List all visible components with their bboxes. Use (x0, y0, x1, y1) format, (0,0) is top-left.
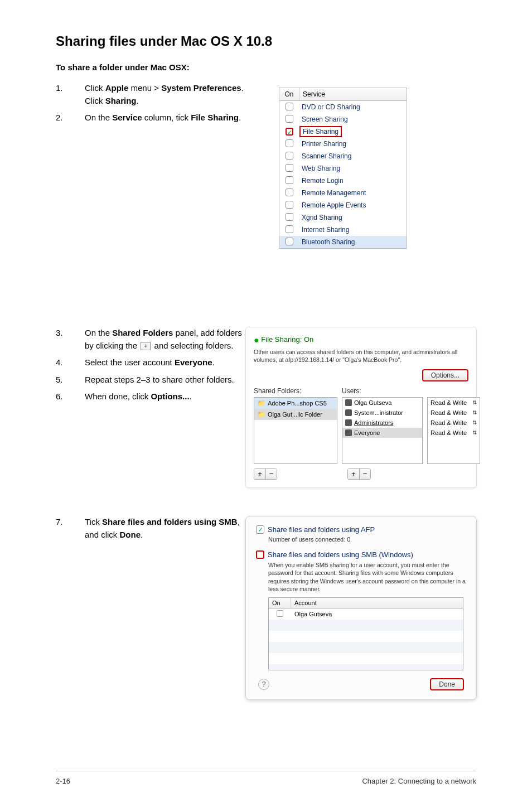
service-name: Xgrid Sharing (299, 214, 342, 221)
shared-folders-header: Shared Folders: (254, 387, 337, 395)
permission-item[interactable]: Read & Write⇅ (428, 408, 480, 418)
user-icon (345, 409, 352, 416)
step-item: 6.When done, click Options.... (56, 390, 245, 403)
service-row[interactable]: Screen Sharing (279, 113, 407, 125)
permission-item[interactable]: Read & Write⇅ (428, 398, 480, 408)
service-checkbox[interactable] (286, 201, 293, 209)
plus-icon[interactable]: + (348, 469, 359, 479)
chevron-updown-icon[interactable]: ⇅ (472, 419, 477, 426)
smb-label: Share files and folders using SMB (Windo… (268, 550, 413, 559)
done-button[interactable]: Done (430, 678, 464, 690)
service-name: Screen Sharing (299, 115, 348, 123)
service-checkbox[interactable] (286, 139, 293, 147)
users-header: Users: (342, 387, 423, 395)
service-name: Bluetooth Sharing (299, 238, 355, 246)
service-row[interactable]: Web Sharing (279, 162, 407, 175)
smb-on-header: On (269, 598, 291, 608)
permission-item[interactable]: Read & Write⇅ (428, 428, 480, 438)
smb-options-panel: ✓ Share files and folders using AFP Numb… (245, 516, 477, 700)
smb-note: When you enable SMB sharing for a user a… (268, 561, 466, 593)
smb-account-header: Account (291, 598, 320, 608)
service-checkbox[interactable] (286, 115, 293, 123)
service-row[interactable]: DVD or CD Sharing (279, 101, 407, 113)
smb-checkbox[interactable] (256, 550, 264, 559)
chapter-title: Chapter 2: Connecting to a network (362, 777, 476, 785)
account-checkbox[interactable] (277, 610, 283, 617)
service-name: Internet Sharing (299, 226, 349, 234)
service-name: Remote Login (299, 177, 344, 185)
user-icon (345, 419, 352, 426)
folder-icon: 📁 (257, 410, 265, 418)
service-name: Printer Sharing (299, 140, 346, 148)
plus-icon[interactable]: + (254, 469, 265, 479)
folder-icon: 📁 (257, 399, 265, 407)
service-row[interactable]: ✓File Sharing (279, 125, 407, 138)
chevron-updown-icon[interactable]: ⇅ (472, 429, 477, 436)
service-row[interactable]: Xgrid Sharing (279, 211, 407, 224)
user-icon (345, 429, 352, 436)
service-name: Web Sharing (299, 165, 340, 172)
page-number: 2-16 (56, 777, 70, 785)
step-item: 2.On the Service column, tick File Shari… (56, 112, 245, 124)
user-item[interactable]: Everyone (342, 428, 422, 438)
chevron-updown-icon[interactable]: ⇅ (472, 409, 477, 416)
service-name: Remote Apple Events (299, 201, 366, 209)
services-on-header: On (279, 88, 299, 100)
service-checkbox[interactable]: ✓ (286, 128, 293, 136)
afp-checkbox[interactable]: ✓ (256, 525, 264, 534)
step-item: 5.Repeat steps 2–3 to share other folder… (56, 374, 245, 386)
services-panel: On Service DVD or CD SharingScreen Shari… (279, 88, 407, 249)
user-item[interactable]: Olga Gutseva (342, 398, 422, 408)
services-service-header: Service (299, 88, 328, 100)
service-name: Scanner Sharing (299, 152, 351, 160)
step-item: 1.Click Apple menu > System Preferences.… (56, 82, 245, 107)
step-item: 3.On the Shared Folders panel, add folde… (56, 327, 245, 352)
afp-label: Share files and folders using AFP (268, 525, 375, 534)
chevron-updown-icon[interactable]: ⇅ (472, 399, 477, 406)
permission-item[interactable]: Read & Write⇅ (428, 418, 480, 428)
service-checkbox[interactable] (286, 225, 293, 233)
help-icon[interactable]: ? (258, 679, 269, 690)
service-checkbox[interactable] (286, 213, 293, 221)
step-item: 4.Select the user account Everyone. (56, 356, 245, 369)
service-checkbox[interactable] (286, 176, 293, 184)
service-row[interactable]: Remote Login (279, 175, 407, 187)
service-name: Remote Management (299, 189, 366, 197)
service-row[interactable]: Remote Apple Events (279, 199, 407, 211)
service-row[interactable]: Remote Management (279, 187, 407, 199)
services-header: On Service (279, 88, 407, 101)
service-checkbox[interactable] (286, 164, 293, 172)
folder-item[interactable]: 📁Adobe Ph...shop CS5 (254, 398, 337, 409)
service-row[interactable]: Bluetooth Sharing (279, 236, 407, 248)
user-icon (345, 399, 352, 406)
file-sharing-title: ● File Sharing: On (254, 335, 468, 345)
file-sharing-desc: Other users can access shared folders on… (254, 349, 468, 364)
file-sharing-panel: ● File Sharing: On Other users can acces… (245, 327, 477, 488)
user-item[interactable]: Administrators (342, 418, 422, 428)
service-name: DVD or CD Sharing (299, 103, 360, 111)
minus-icon[interactable]: − (265, 469, 277, 479)
smb-account-row[interactable]: Olga Gutseva (269, 608, 463, 620)
shared-folders-list[interactable]: 📁Adobe Ph...shop CS5📁Olga Gut...lic Fold… (254, 397, 337, 464)
folders-add-remove[interactable]: +− (254, 468, 277, 480)
service-row[interactable]: Internet Sharing (279, 224, 407, 236)
user-item[interactable]: System...inistrator (342, 408, 422, 418)
step-item: 7.Tick Share files and folders using SMB… (56, 516, 245, 541)
service-checkbox[interactable] (286, 238, 293, 245)
folder-item[interactable]: 📁Olga Gut...lic Folder (254, 409, 337, 420)
minus-icon[interactable]: − (359, 469, 370, 479)
page-subheading: To share a folder under Mac OSX: (56, 62, 476, 72)
options-button[interactable]: Options... (422, 369, 468, 381)
afp-sub: Number of users connected: 0 (268, 536, 466, 543)
service-row[interactable]: Scanner Sharing (279, 150, 407, 162)
page-footer: 2-16 Chapter 2: Connecting to a network (56, 771, 476, 785)
smb-accounts-table: On Account Olga Gutseva (268, 597, 463, 670)
service-name: File Sharing (299, 126, 342, 137)
service-row[interactable]: Printer Sharing (279, 138, 407, 150)
service-checkbox[interactable] (286, 189, 293, 196)
users-list[interactable]: Olga GutsevaSystem...inistratorAdministr… (342, 397, 423, 464)
permissions-list[interactable]: Read & Write⇅Read & Write⇅Read & Write⇅R… (427, 397, 480, 464)
users-add-remove[interactable]: +− (347, 468, 371, 480)
service-checkbox[interactable] (286, 152, 293, 160)
service-checkbox[interactable] (286, 103, 293, 110)
